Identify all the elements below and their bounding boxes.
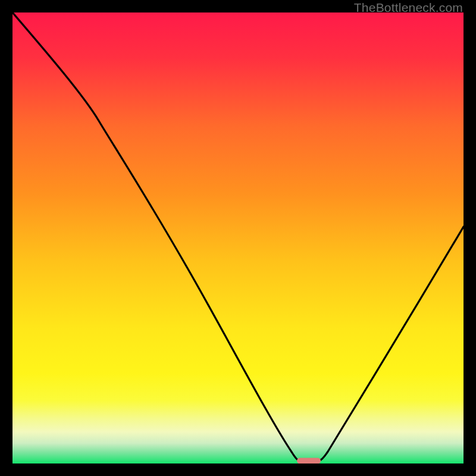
- optimal-marker: [297, 458, 321, 464]
- bottleneck-curve: [12, 12, 464, 464]
- plot-area: [12, 12, 464, 464]
- watermark-text: TheBottleneck.com: [354, 1, 463, 15]
- chart-frame: TheBottleneck.com: [0, 0, 476, 476]
